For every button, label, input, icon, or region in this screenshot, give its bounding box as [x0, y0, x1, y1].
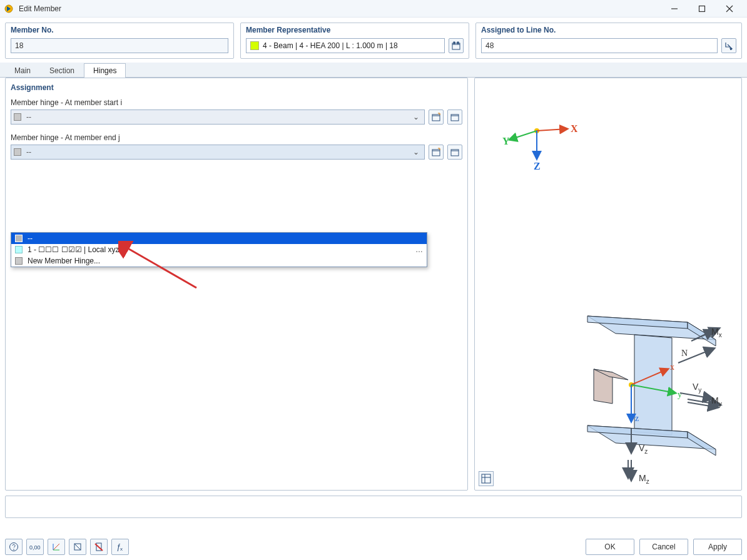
tab-section[interactable]: Section: [40, 63, 84, 78]
hinge-start-label: Member hinge - At member start i: [11, 98, 462, 107]
top-panels: Member No. Member Representative 4 - Bea…: [0, 18, 747, 63]
new-hinge-end-button[interactable]: [429, 145, 444, 160]
swatch-icon: [15, 235, 23, 242]
edit-hinge-end-button[interactable]: [447, 145, 462, 160]
tab-hinges[interactable]: Hinges: [84, 63, 126, 78]
swatch-icon: [15, 257, 23, 265]
cancel-button[interactable]: Cancel: [639, 539, 688, 555]
pick-line-button[interactable]: [721, 38, 736, 53]
assignment-title: Assignment: [11, 83, 462, 92]
tab-main[interactable]: Main: [5, 63, 40, 78]
svg-line-55: [53, 544, 59, 550]
notes-box[interactable]: [5, 496, 742, 518]
global-axis-widget: X Y Z: [496, 113, 577, 182]
swatch-icon: [15, 246, 23, 253]
svg-text:0,00: 0,00: [29, 544, 41, 551]
delete-button[interactable]: [90, 539, 108, 555]
dropdown-item-none[interactable]: --: [11, 233, 427, 244]
svg-text:z: z: [635, 414, 639, 423]
preview-panel: X Y Z: [474, 78, 742, 491]
edit-hinge-start-button[interactable]: [447, 109, 462, 125]
svg-line-41: [680, 393, 713, 399]
hinge-end-value: --: [26, 148, 410, 156]
member-rep-value: 4 - Beam | 4 - HEA 200 | L : 1.000 m | 1…: [263, 41, 398, 50]
svg-text:Mz: Mz: [639, 473, 649, 485]
new-hinge-start-button[interactable]: [429, 109, 444, 125]
apply-button[interactable]: Apply: [693, 539, 742, 555]
minimize-button[interactable]: [661, 0, 688, 18]
hinge-end-label: Member hinge - At member end j: [11, 133, 462, 142]
edit-rep-button[interactable]: [449, 38, 464, 53]
ok-button[interactable]: OK: [586, 539, 634, 555]
window-title: Edit Member: [19, 4, 61, 13]
swatch-icon: [14, 113, 21, 121]
panel-assigned-line: Assigned to Line No.: [475, 23, 742, 59]
tab-strip: Main Section Hinges: [0, 63, 747, 78]
dropdown-item-hinge-1[interactable]: 1 - ☐☐☐ ☐☑☑ | Local xyz …: [11, 244, 427, 255]
section-color-swatch: [250, 41, 259, 50]
panel-member-no: Member No.: [5, 23, 234, 59]
assigned-line-input[interactable]: [481, 38, 718, 53]
svg-rect-6: [454, 42, 455, 44]
units-button[interactable]: 0,00: [26, 539, 44, 555]
svg-marker-23: [634, 335, 672, 435]
svg-rect-2: [699, 6, 705, 11]
member-rep-label: Member Representative: [246, 26, 464, 34]
svg-text:Mx: Mx: [711, 327, 722, 339]
svg-text:y: y: [678, 390, 682, 399]
swatch-icon: [14, 148, 21, 156]
titlebar: Edit Member: [0, 0, 747, 18]
member-no-label: Member No.: [11, 26, 228, 34]
svg-line-16: [510, 131, 537, 140]
hinge-start-combo[interactable]: -- ⌄: [11, 109, 425, 125]
hinge-start-value: --: [26, 113, 410, 121]
section-view-button[interactable]: [69, 539, 86, 555]
svg-line-14: [537, 129, 567, 131]
svg-rect-51: [482, 474, 490, 483]
svg-text:My: My: [711, 395, 722, 407]
local-axes-button[interactable]: [48, 539, 65, 555]
svg-text:Y: Y: [502, 136, 510, 146]
svg-text:N: N: [681, 349, 688, 358]
formula-button[interactable]: ƒx: [111, 539, 129, 555]
ellipsis-icon: …: [415, 245, 423, 254]
panel-member-rep: Member Representative 4 - Beam | 4 - HEA…: [240, 23, 469, 59]
body-split: Assignment Member hinge - At member star…: [0, 78, 747, 491]
assigned-line-label: Assigned to Line No.: [481, 26, 736, 34]
svg-text:Z: Z: [534, 161, 541, 171]
app-icon: [4, 4, 14, 14]
close-button[interactable]: [716, 0, 743, 18]
help-button[interactable]: [5, 539, 23, 555]
chevron-down-icon: ⌄: [410, 148, 422, 156]
preview-settings-button[interactable]: [479, 471, 494, 486]
bottom-bar: 0,00 ƒx OK Cancel Apply: [0, 539, 747, 555]
svg-text:x: x: [120, 546, 123, 552]
svg-text:x: x: [670, 362, 674, 372]
svg-text:X: X: [571, 123, 577, 134]
member-rep-field[interactable]: 4 - Beam | 4 - HEA 200 | L : 1.000 m | 1…: [246, 38, 445, 53]
dropdown-item-new-hinge[interactable]: New Member Hinge...: [11, 255, 427, 267]
hinge-end-combo[interactable]: -- ⌄: [11, 145, 425, 160]
svg-rect-7: [457, 42, 459, 44]
maximize-button[interactable]: [688, 0, 716, 18]
member-hinge-diagram: x y z N Mx Vy My: [531, 241, 725, 491]
svg-point-53: [13, 549, 14, 550]
assignment-panel: Assignment Member hinge - At member star…: [5, 78, 468, 491]
svg-text:Vy: Vy: [693, 382, 701, 394]
chevron-down-icon: ⌄: [410, 113, 422, 121]
hinge-end-dropdown: -- 1 - ☐☐☐ ☐☑☑ | Local xyz … New Member …: [11, 232, 427, 267]
member-no-input[interactable]: [11, 38, 228, 53]
